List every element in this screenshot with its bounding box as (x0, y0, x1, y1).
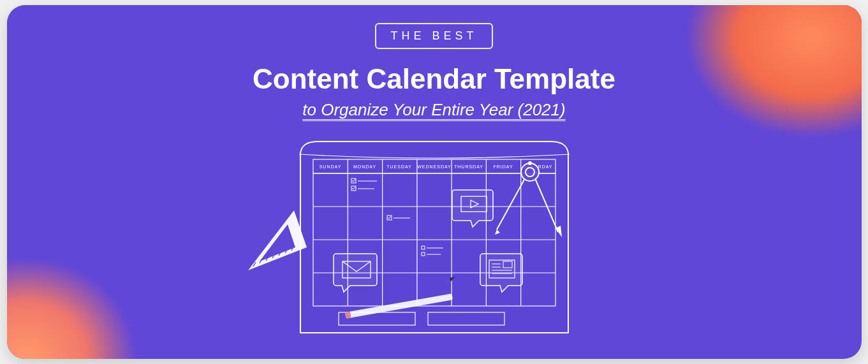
blueprint-illustration: SUNDAY MONDAY TUESDAY WEDNESDAY THURSDAY… (243, 135, 626, 352)
day-label: MONDAY (353, 164, 376, 169)
blueprint-svg: SUNDAY MONDAY TUESDAY WEDNESDAY THURSDAY… (243, 135, 626, 352)
subtitle: to Organize Your Entire Year (2021) (302, 100, 565, 120)
ruler-triangle-icon (248, 210, 307, 270)
day-label: TUESDAY (386, 164, 412, 169)
day-label: FRIDAY (493, 164, 513, 169)
day-label: SUNDAY (319, 164, 341, 169)
day-label: THURSDAY (454, 164, 483, 169)
eyebrow-badge: THE BEST (375, 23, 492, 49)
svg-point-33 (528, 161, 532, 165)
day-label: WEDNESDAY (417, 164, 452, 169)
main-title: Content Calendar Template (253, 63, 615, 95)
svg-point-31 (521, 163, 539, 181)
hero-banner: THE BEST Content Calendar Template to Or… (7, 5, 862, 359)
content-stack: THE BEST Content Calendar Template to Or… (7, 5, 862, 352)
